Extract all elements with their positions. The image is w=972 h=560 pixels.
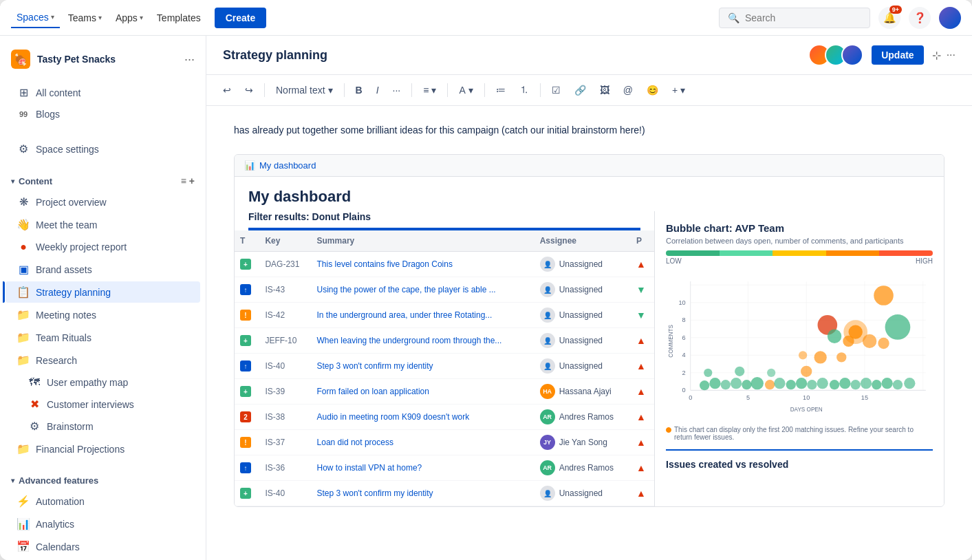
issue-summary[interactable]: Form failed on loan application (312, 379, 534, 405)
align-chevron-icon: ▾ (431, 85, 436, 96)
table-row: 2 IS-38 Audio in meeting room K909 doesn… (235, 405, 654, 430)
sidebar-item-team-rituals[interactable]: 📁 Team Rituals (6, 327, 200, 348)
issue-summary[interactable]: Using the power of the cape, the player … (312, 277, 534, 303)
issue-key: IS-43 (259, 277, 311, 303)
nav-apps-label: Apps (116, 12, 138, 23)
sidebar-item-meet-the-team[interactable]: 👋 Meet the team (6, 214, 200, 235)
nav-teams[interactable]: Teams ▾ (63, 8, 107, 28)
bubble-chart-svg: 0 2 4 6 8 10 0 5 10 (666, 269, 933, 420)
table-row: ↑ IS-36 How to install VPN at home? ARAn… (235, 455, 654, 481)
numbered-list-button[interactable]: ⒈ (514, 80, 534, 100)
sidebar-item-analytics[interactable]: 📊 Analytics (6, 513, 200, 535)
embedded-block-header[interactable]: 📊 My dashboard (235, 155, 944, 177)
sidebar-item-research[interactable]: 📁 Research (6, 349, 200, 371)
more-formatting-button[interactable]: ··· (387, 81, 407, 99)
sidebar-item-customer-interviews[interactable]: ✖ Customer interviews (17, 394, 200, 415)
blogs-label: Blogs (36, 109, 177, 120)
italic-button[interactable]: I (371, 81, 385, 99)
workspace-menu-icon[interactable]: ··· (184, 52, 195, 67)
mention-button[interactable]: @ (618, 81, 638, 99)
advanced-section-label: Advanced features (19, 475, 98, 486)
sidebar-item-meeting-notes[interactable]: 📁 Meeting notes (6, 304, 200, 325)
svg-text:2: 2 (682, 369, 685, 376)
user-empathy-label: User empathy map (47, 377, 189, 388)
content-add-icon[interactable]: + (189, 175, 195, 186)
bullet-list-button[interactable]: ≔ (490, 81, 511, 99)
search-bar[interactable]: 🔍 (719, 8, 870, 28)
create-button[interactable]: Create (215, 8, 267, 28)
issue-summary[interactable]: Audio in meeting room K909 doesn't work (312, 405, 534, 430)
update-button[interactable]: Update (872, 45, 923, 65)
nav-templates[interactable]: Templates (151, 8, 206, 28)
insert-dropdown[interactable]: + ▾ (667, 81, 691, 99)
table-row: ↑ IS-43 Using the power of the cape, the… (235, 277, 654, 303)
nav-spaces[interactable]: Spaces ▾ (11, 8, 60, 28)
issue-summary[interactable]: Step 3 won't confirm my identity (312, 354, 534, 379)
sidebar-item-blogs[interactable]: 99 Blogs + (6, 104, 200, 125)
assignee-name: Andres Ramos (559, 412, 614, 422)
note-dot-icon (666, 427, 671, 433)
redo-button[interactable]: ↪ (239, 81, 259, 99)
apps-chevron-icon: ▾ (140, 14, 143, 21)
more-options-icon[interactable]: ··· (947, 49, 955, 61)
svg-text:0: 0 (682, 387, 685, 394)
bubble (807, 380, 817, 389)
sidebar-item-strategy-planning[interactable]: 📋 Strategy planning (6, 281, 200, 303)
col-key: Key (259, 230, 311, 252)
col-priority: P (631, 230, 654, 252)
bold-button[interactable]: B (350, 81, 368, 99)
link-button[interactable]: 🔗 (569, 81, 592, 99)
workspace-header[interactable]: 🍖 Tasty Pet Snacks ··· (0, 44, 206, 74)
sidebar-item-calendars[interactable]: 📅 Calendars (6, 536, 200, 557)
sidebar-item-user-empathy-map[interactable]: 🗺 User empathy map (17, 372, 200, 393)
text-style-dropdown[interactable]: Normal text ▾ (270, 81, 338, 99)
meeting-notes-label: Meeting notes (36, 310, 189, 321)
expand-icon[interactable]: ⊹ (932, 49, 941, 62)
search-input[interactable] (745, 12, 861, 23)
legend-bar-3 (773, 250, 826, 256)
type-icon: + (240, 335, 251, 346)
app-window: Spaces ▾ Teams ▾ Apps ▾ Templates Create… (0, 0, 972, 560)
insert-chevron-icon: ▾ (680, 85, 685, 96)
sidebar-item-automation[interactable]: ⚡ Automation (6, 491, 200, 512)
sidebar-item-project-overview[interactable]: ❋ Project overview (6, 191, 200, 213)
collaborators-avatars (808, 44, 863, 66)
image-button[interactable]: 🖼 (594, 81, 615, 99)
brand-assets-icon: ▣ (17, 263, 30, 276)
sidebar-item-space-settings[interactable]: ⚙ Space settings (6, 138, 200, 160)
undo-button[interactable]: ↩ (217, 81, 237, 99)
align-dropdown[interactable]: ≡ ▾ (418, 81, 442, 99)
content-section-header[interactable]: ▾ Content ≡ + (0, 171, 206, 191)
nav-apps[interactable]: Apps ▾ (110, 8, 149, 28)
dashboard-panels: Filter results: Donut Plains T Key Summa… (235, 211, 944, 506)
legend-low-bar (666, 250, 720, 256)
text-color-dropdown[interactable]: A ▾ (453, 81, 478, 99)
issues-resolved-title: Issues created vs resolved (666, 459, 933, 470)
dashboard-title: My dashboard (235, 177, 944, 211)
issue-summary[interactable]: This level contains five Dragon Coins (312, 252, 534, 277)
toolbar-divider-3 (411, 83, 412, 97)
user-avatar[interactable] (939, 7, 961, 29)
emoji-button[interactable]: 😊 (641, 81, 664, 99)
sidebar-item-brand-assets[interactable]: ▣ Brand assets (6, 259, 200, 280)
issue-summary[interactable]: Loan did not process (312, 430, 534, 455)
issue-summary[interactable]: How to install VPN at home? (312, 455, 534, 481)
checklist-button[interactable]: ☑ (546, 81, 566, 99)
issue-summary[interactable]: When leaving the underground room throug… (312, 328, 534, 354)
calendars-label: Calendars (36, 541, 189, 552)
bubble (872, 380, 881, 389)
advanced-section-header[interactable]: ▾ Advanced features (0, 471, 206, 490)
text-style-chevron-icon: ▾ (328, 85, 333, 96)
sidebar-item-all-content[interactable]: ⊞ All content (6, 82, 200, 103)
issue-summary[interactable]: In the underground area, under three Rot… (312, 303, 534, 328)
sidebar-item-brainstorm[interactable]: ⚙ Brainstorm (17, 416, 200, 437)
content-sort-icon[interactable]: ≡ (181, 175, 186, 186)
bubble (904, 378, 915, 389)
issue-key: JEFF-10 (259, 328, 311, 354)
sidebar-item-financial-projections[interactable]: 📁 Financial Projections (6, 438, 200, 460)
help-button[interactable]: ❓ (909, 7, 931, 29)
issue-summary[interactable]: Step 3 won't confirm my identity (312, 481, 534, 506)
embedded-dashboard-block: 📊 My dashboard My dashboard Filter resul… (234, 154, 944, 507)
sidebar-item-weekly-project-report[interactable]: ● Weekly project report (6, 237, 200, 257)
notifications-button[interactable]: 🔔 9+ (878, 7, 900, 29)
